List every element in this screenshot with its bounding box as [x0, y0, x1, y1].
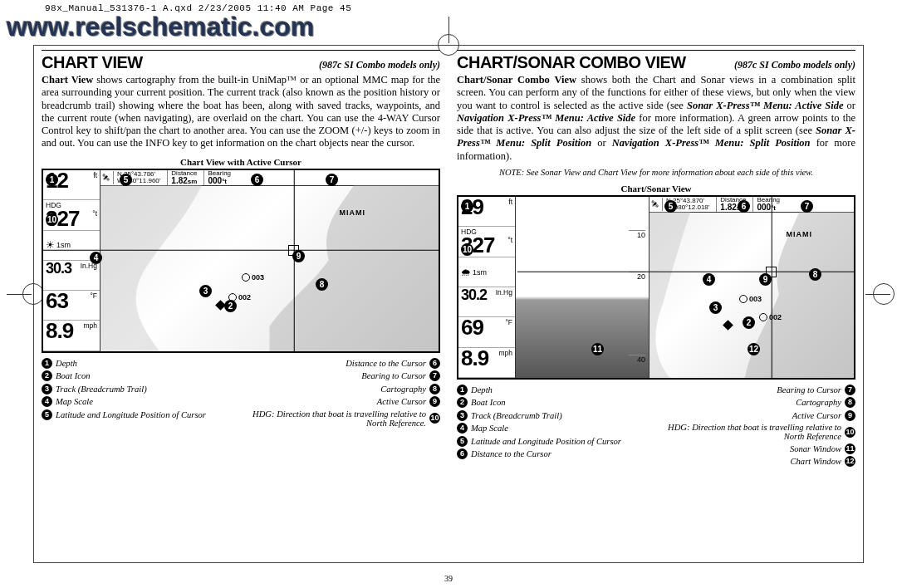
legend-item: 4Map Scale: [457, 423, 650, 434]
page-number: 39: [444, 574, 453, 583]
callout-5: 5: [664, 200, 677, 213]
chart-view-figure: 1 10 4 5 6 7 3 2 8 9 ft12 HDG°t327 ☀1sm …: [42, 169, 440, 353]
map-scale: 1sm: [56, 241, 71, 249]
legend: 1Depth2Boat Icon3Track (Breadcrumb Trail…: [457, 385, 855, 468]
callout-6: 6: [251, 174, 263, 186]
legend-item: 6Distance to the Cursor: [457, 448, 650, 459]
legend-item: Bearing to Cursor7: [662, 385, 855, 395]
section-subtitle: (987c SI Combo models only): [734, 59, 855, 71]
depth-mark-40: 40: [629, 355, 645, 364]
brg-unit: °t: [222, 178, 227, 185]
depth-unit: ft: [508, 198, 512, 206]
city-label: MIAMI: [340, 208, 366, 217]
speed-value: 8.9: [461, 345, 488, 370]
legend-item: 1Depth: [457, 385, 650, 395]
legend-item: 1Depth: [42, 358, 235, 369]
hdg-unit: °t: [507, 236, 512, 244]
baro-value: 30.2: [461, 287, 487, 303]
watermark-text: www.reelschematic.com: [7, 12, 315, 42]
figure-title: Chart/Sonar View: [457, 184, 855, 194]
callout-7: 7: [801, 200, 813, 213]
dist-value: 1.82: [171, 176, 187, 185]
callout-1: 1: [46, 174, 58, 186]
legend-item: Cartography8: [662, 397, 855, 408]
callout-4: 4: [90, 252, 102, 264]
speed-unit: mph: [83, 321, 97, 330]
callout-8: 8: [316, 278, 328, 291]
legend-item: 2Boat Icon: [457, 397, 650, 408]
gps-icon: 🛰: [651, 200, 659, 208]
legend-item: Active Cursor9: [662, 410, 855, 421]
legend-item: HDG: Direction that boat is travelling r…: [247, 409, 440, 428]
temp-unit: °F: [505, 318, 512, 326]
legend-item: 2Boat Icon: [42, 370, 235, 381]
readout-sidebar: ft29 HDG°t327 🌧1sm In.Hg30.2 °F69 mph8.9: [458, 197, 516, 378]
legend-item: Cartography8: [247, 384, 440, 394]
sonar-window: 10 20 40: [516, 197, 649, 378]
legend-item: 5Latitude and Longitude Position of Curs…: [42, 409, 235, 420]
depth-mark-20: 20: [629, 272, 645, 281]
waypoint-003: 003: [242, 273, 264, 282]
hdg-unit: °t: [92, 209, 97, 218]
callout-12: 12: [748, 343, 760, 355]
speed-unit: mph: [498, 349, 512, 357]
temp-value: 69: [461, 315, 483, 340]
waypoint-003: 003: [739, 295, 762, 304]
callout-2: 2: [743, 316, 755, 329]
legend-item: 3Track (Breadcrumb Trail): [457, 410, 650, 421]
legend-item: HDG: Direction that boat is travelling r…: [662, 423, 855, 441]
legend: 1Depth2Boat Icon3Track (Breadcrumb Trail…: [42, 358, 440, 428]
baro-unit: In.Hg: [496, 288, 512, 296]
callout-4: 4: [703, 273, 715, 286]
callout-3: 3: [199, 285, 212, 297]
section-body: Chart View shows cartography from the bu…: [42, 74, 440, 150]
legend-item: Active Cursor9: [247, 396, 440, 407]
callout-3: 3: [709, 301, 722, 314]
callout-1: 1: [461, 200, 473, 213]
callout-6: 6: [738, 200, 750, 213]
callout-10: 10: [461, 243, 473, 256]
dist-value: 1.82: [720, 203, 736, 212]
note-line: NOTE: See Sonar View and Chart View for …: [457, 168, 855, 177]
right-column: CHART/SONAR COMBO VIEW (987c SI Combo mo…: [457, 50, 855, 555]
callout-8: 8: [809, 268, 821, 281]
chart-map: 🛰 N 25°43.786'W 080°11.960' Distance1.82…: [100, 170, 439, 351]
section-title: CHART VIEW: [42, 53, 143, 72]
depth-mark-10: 10: [629, 230, 645, 239]
callout-7: 7: [326, 174, 338, 186]
brg-value: 000: [757, 203, 771, 212]
temp-value: 63: [46, 288, 68, 313]
callout-9: 9: [292, 250, 305, 262]
legend-item: 4Map Scale: [42, 396, 235, 407]
brg-value: 000: [208, 176, 222, 185]
speed-value: 8.9: [46, 318, 73, 343]
depth-unit: ft: [93, 171, 97, 179]
section-title: CHART/SONAR COMBO VIEW: [457, 53, 686, 72]
legend-item: Distance to the Cursor6: [247, 358, 440, 369]
callout-5: 5: [120, 174, 132, 186]
legend-item: 5Latitude and Longitude Position of Curs…: [457, 436, 650, 447]
figure-title: Chart View with Active Cursor: [42, 157, 440, 167]
section-body: Chart/Sonar Combo View shows both the Ch…: [457, 74, 855, 163]
brg-unit: °t: [771, 204, 776, 212]
map-scale: 1sm: [473, 268, 487, 277]
weather-icon: 🌧: [461, 267, 471, 278]
callout-9: 9: [759, 273, 772, 286]
callout-11: 11: [591, 343, 604, 355]
legend-item: Chart Window12: [662, 456, 855, 467]
left-column: CHART VIEW (987c SI Combo models only) C…: [42, 50, 440, 555]
legend-item: 3Track (Breadcrumb Trail): [42, 384, 235, 394]
gps-icon: 🛰: [102, 174, 110, 182]
callout-2: 2: [224, 300, 237, 312]
dist-unit: sm: [188, 178, 198, 185]
coastline-svg: [100, 185, 439, 351]
city-label: MIAMI: [787, 230, 813, 238]
callout-10: 10: [46, 213, 58, 226]
baro-value: 30.3: [46, 260, 71, 277]
legend-item: Bearing to Cursor7: [247, 370, 440, 381]
legend-item: Sonar Window11: [662, 443, 855, 454]
section-subtitle: (987c SI Combo models only): [319, 59, 440, 71]
combo-view-figure: 1 10 5 6 7 4 9 8 3 2 11 12 ft29 HDG°t327…: [457, 195, 855, 380]
temp-unit: °F: [90, 292, 97, 300]
